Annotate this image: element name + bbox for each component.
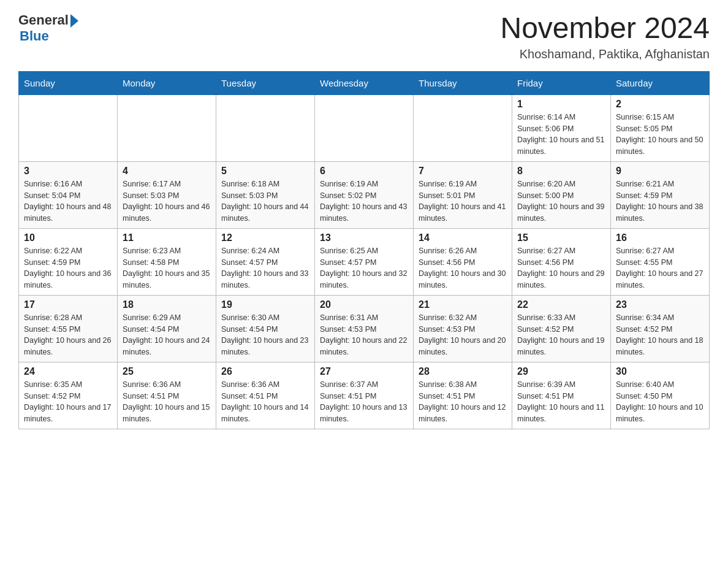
day-info: Sunrise: 6:36 AM Sunset: 4:51 PM Dayligh…	[123, 379, 211, 425]
calendar-cell: 2Sunrise: 6:15 AM Sunset: 5:05 PM Daylig…	[611, 94, 710, 161]
day-number: 25	[123, 366, 211, 377]
day-number: 15	[517, 232, 605, 243]
day-number: 14	[419, 232, 507, 243]
calendar-cell: 7Sunrise: 6:19 AM Sunset: 5:01 PM Daylig…	[414, 161, 512, 228]
calendar-cell	[414, 94, 512, 161]
calendar-cell: 1Sunrise: 6:14 AM Sunset: 5:06 PM Daylig…	[512, 94, 611, 161]
day-info: Sunrise: 6:19 AM Sunset: 5:02 PM Dayligh…	[320, 178, 408, 224]
calendar-week-row: 17Sunrise: 6:28 AM Sunset: 4:55 PM Dayli…	[19, 295, 710, 362]
day-info: Sunrise: 6:27 AM Sunset: 4:55 PM Dayligh…	[616, 245, 704, 291]
day-of-week-header: Tuesday	[216, 71, 315, 94]
calendar-cell: 18Sunrise: 6:29 AM Sunset: 4:54 PM Dayli…	[118, 295, 216, 362]
logo-arrow-icon	[70, 14, 78, 28]
calendar-cell	[118, 94, 216, 161]
day-info: Sunrise: 6:23 AM Sunset: 4:58 PM Dayligh…	[123, 245, 211, 291]
calendar-cell: 24Sunrise: 6:35 AM Sunset: 4:52 PM Dayli…	[19, 362, 118, 429]
day-info: Sunrise: 6:33 AM Sunset: 4:52 PM Dayligh…	[517, 312, 605, 358]
logo-general-text: General	[18, 12, 69, 28]
day-info: Sunrise: 6:38 AM Sunset: 4:51 PM Dayligh…	[419, 379, 507, 425]
day-number: 16	[616, 232, 704, 243]
day-number: 3	[24, 166, 112, 177]
day-info: Sunrise: 6:31 AM Sunset: 4:53 PM Dayligh…	[320, 312, 408, 358]
calendar-cell	[315, 94, 414, 161]
day-number: 10	[24, 232, 112, 243]
day-number: 11	[123, 232, 211, 243]
calendar-cell: 6Sunrise: 6:19 AM Sunset: 5:02 PM Daylig…	[315, 161, 414, 228]
calendar-cell: 25Sunrise: 6:36 AM Sunset: 4:51 PM Dayli…	[118, 362, 216, 429]
day-info: Sunrise: 6:30 AM Sunset: 4:54 PM Dayligh…	[221, 312, 309, 358]
day-info: Sunrise: 6:21 AM Sunset: 4:59 PM Dayligh…	[616, 178, 704, 224]
calendar-cell: 5Sunrise: 6:18 AM Sunset: 5:03 PM Daylig…	[216, 161, 315, 228]
calendar-cell: 4Sunrise: 6:17 AM Sunset: 5:03 PM Daylig…	[118, 161, 216, 228]
day-number: 20	[320, 299, 408, 310]
calendar-cell: 3Sunrise: 6:16 AM Sunset: 5:04 PM Daylig…	[19, 161, 118, 228]
calendar-cell: 11Sunrise: 6:23 AM Sunset: 4:58 PM Dayli…	[118, 228, 216, 295]
day-number: 1	[517, 99, 605, 110]
day-info: Sunrise: 6:25 AM Sunset: 4:57 PM Dayligh…	[320, 245, 408, 291]
calendar-cell: 12Sunrise: 6:24 AM Sunset: 4:57 PM Dayli…	[216, 228, 315, 295]
day-info: Sunrise: 6:19 AM Sunset: 5:01 PM Dayligh…	[419, 178, 507, 224]
calendar-week-row: 1Sunrise: 6:14 AM Sunset: 5:06 PM Daylig…	[19, 94, 710, 161]
day-number: 27	[320, 366, 408, 377]
day-info: Sunrise: 6:16 AM Sunset: 5:04 PM Dayligh…	[24, 178, 112, 224]
day-number: 12	[221, 232, 309, 243]
calendar-cell: 22Sunrise: 6:33 AM Sunset: 4:52 PM Dayli…	[512, 295, 611, 362]
day-of-week-header: Monday	[118, 71, 216, 94]
location-title: Khoshamand, Paktika, Afghanistan	[500, 47, 710, 61]
day-of-week-header: Friday	[512, 71, 611, 94]
day-of-week-header: Saturday	[611, 71, 710, 94]
day-info: Sunrise: 6:35 AM Sunset: 4:52 PM Dayligh…	[24, 379, 112, 425]
day-info: Sunrise: 6:28 AM Sunset: 4:55 PM Dayligh…	[24, 312, 112, 358]
calendar-cell: 15Sunrise: 6:27 AM Sunset: 4:56 PM Dayli…	[512, 228, 611, 295]
day-number: 4	[123, 166, 211, 177]
day-info: Sunrise: 6:27 AM Sunset: 4:56 PM Dayligh…	[517, 245, 605, 291]
day-info: Sunrise: 6:26 AM Sunset: 4:56 PM Dayligh…	[419, 245, 507, 291]
calendar-cell: 19Sunrise: 6:30 AM Sunset: 4:54 PM Dayli…	[216, 295, 315, 362]
day-number: 19	[221, 299, 309, 310]
day-info: Sunrise: 6:15 AM Sunset: 5:05 PM Dayligh…	[616, 112, 704, 158]
calendar-cell: 17Sunrise: 6:28 AM Sunset: 4:55 PM Dayli…	[19, 295, 118, 362]
calendar-cell: 10Sunrise: 6:22 AM Sunset: 4:59 PM Dayli…	[19, 228, 118, 295]
calendar-week-row: 3Sunrise: 6:16 AM Sunset: 5:04 PM Daylig…	[19, 161, 710, 228]
day-number: 30	[616, 366, 704, 377]
day-info: Sunrise: 6:36 AM Sunset: 4:51 PM Dayligh…	[221, 379, 309, 425]
day-info: Sunrise: 6:40 AM Sunset: 4:50 PM Dayligh…	[616, 379, 704, 425]
day-number: 13	[320, 232, 408, 243]
day-number: 6	[320, 166, 408, 177]
calendar-cell: 21Sunrise: 6:32 AM Sunset: 4:53 PM Dayli…	[414, 295, 512, 362]
day-of-week-header: Wednesday	[315, 71, 414, 94]
day-number: 17	[24, 299, 112, 310]
calendar-cell: 28Sunrise: 6:38 AM Sunset: 4:51 PM Dayli…	[414, 362, 512, 429]
day-number: 2	[616, 99, 704, 110]
day-info: Sunrise: 6:20 AM Sunset: 5:00 PM Dayligh…	[517, 178, 605, 224]
day-info: Sunrise: 6:37 AM Sunset: 4:51 PM Dayligh…	[320, 379, 408, 425]
calendar-cell: 27Sunrise: 6:37 AM Sunset: 4:51 PM Dayli…	[315, 362, 414, 429]
day-number: 29	[517, 366, 605, 377]
day-number: 26	[221, 366, 309, 377]
page-header: General Blue November 2024 Khoshamand, P…	[18, 12, 710, 61]
calendar-cell	[19, 94, 118, 161]
day-number: 18	[123, 299, 211, 310]
day-number: 5	[221, 166, 309, 177]
calendar-cell: 30Sunrise: 6:40 AM Sunset: 4:50 PM Dayli…	[611, 362, 710, 429]
calendar-week-row: 24Sunrise: 6:35 AM Sunset: 4:52 PM Dayli…	[19, 362, 710, 429]
day-number: 23	[616, 299, 704, 310]
calendar-cell: 26Sunrise: 6:36 AM Sunset: 4:51 PM Dayli…	[216, 362, 315, 429]
calendar-cell: 16Sunrise: 6:27 AM Sunset: 4:55 PM Dayli…	[611, 228, 710, 295]
day-number: 24	[24, 366, 112, 377]
calendar-cell: 9Sunrise: 6:21 AM Sunset: 4:59 PM Daylig…	[611, 161, 710, 228]
day-number: 28	[419, 366, 507, 377]
day-info: Sunrise: 6:14 AM Sunset: 5:06 PM Dayligh…	[517, 112, 605, 158]
month-title: November 2024	[500, 12, 710, 45]
day-number: 8	[517, 166, 605, 177]
logo: General Blue	[18, 12, 78, 44]
calendar-cell: 14Sunrise: 6:26 AM Sunset: 4:56 PM Dayli…	[414, 228, 512, 295]
day-number: 21	[419, 299, 507, 310]
day-info: Sunrise: 6:24 AM Sunset: 4:57 PM Dayligh…	[221, 245, 309, 291]
day-of-week-header: Sunday	[19, 71, 118, 94]
calendar-cell	[216, 94, 315, 161]
day-number: 9	[616, 166, 704, 177]
calendar-cell: 8Sunrise: 6:20 AM Sunset: 5:00 PM Daylig…	[512, 161, 611, 228]
day-info: Sunrise: 6:32 AM Sunset: 4:53 PM Dayligh…	[419, 312, 507, 358]
day-info: Sunrise: 6:34 AM Sunset: 4:52 PM Dayligh…	[616, 312, 704, 358]
